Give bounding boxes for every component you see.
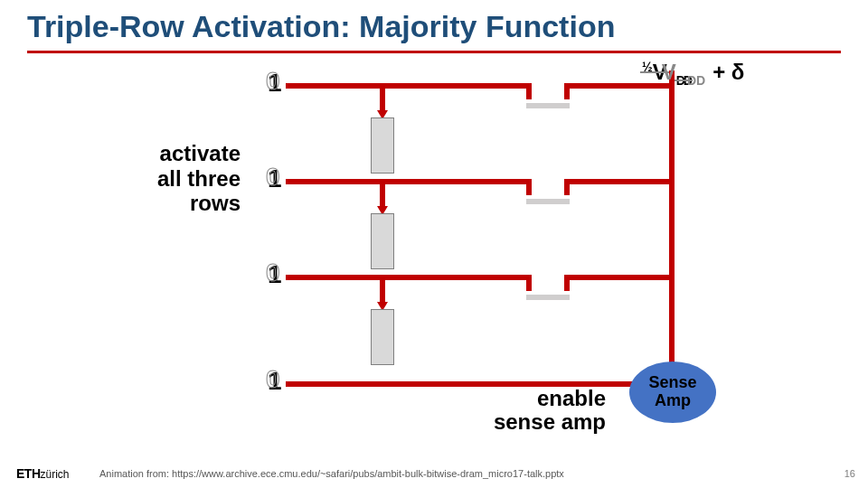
wordline-3b (570, 275, 675, 280)
wordline-1 (286, 83, 526, 89)
stem-1 (380, 83, 385, 112)
row-bit-3: 1 0 (268, 260, 282, 289)
capacitor-3 (371, 309, 394, 365)
wordline-2b (570, 179, 675, 184)
stem-3 (380, 275, 385, 304)
activate-label: activate all three rows (60, 141, 241, 216)
page-number: 16 (844, 468, 855, 479)
row-bit-4: 1 0 (268, 367, 282, 396)
voltage-dd: DDDD (676, 73, 709, 88)
transistor-3-post-l (526, 275, 532, 291)
voltage-delta: + δ (712, 60, 744, 84)
capacitor-1 (371, 117, 394, 174)
wordline-3 (286, 275, 526, 280)
capacitor-2 (371, 213, 394, 269)
transistor-1-post-l (526, 83, 532, 99)
wordline-1b (570, 83, 675, 89)
dram-diagram: ½V VDDDD+ δ 1 0 1 0 1 (0, 63, 868, 443)
footer-citation: Animation from: https://www.archive.ece.… (99, 468, 564, 479)
transistor-2-post-l (526, 179, 532, 195)
stem-2 (380, 179, 385, 208)
row-bit-2: 1 0 (268, 164, 282, 193)
transistor-2-gate (526, 199, 570, 204)
wordline-2 (286, 179, 526, 184)
eth-logo: ETHzürich (16, 466, 70, 481)
transistor-3-gate (526, 295, 570, 300)
title-underline (27, 51, 841, 53)
transistor-1-gate (526, 103, 570, 108)
slide: Triple-Row Activation: Majority Function… (0, 0, 868, 488)
sense-amp: Sense Amp (629, 361, 716, 423)
row-bit-1: 1 0 (268, 69, 282, 98)
enable-label: enable sense amp (434, 387, 606, 435)
page-title: Triple-Row Activation: Majority Function (27, 9, 615, 44)
